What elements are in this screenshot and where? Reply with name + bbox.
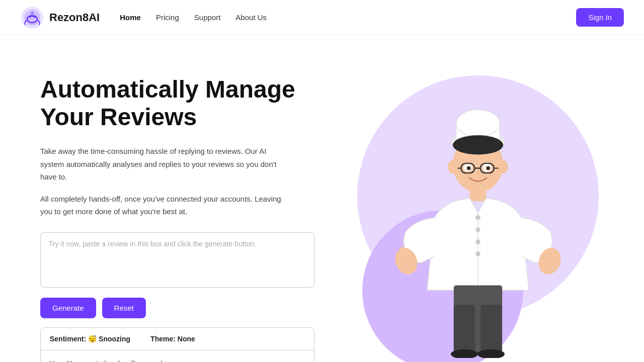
svg-point-18 (486, 166, 490, 170)
result-placeholder: Your AI generated reply will appear here… (50, 359, 305, 362)
chef-figure (377, 97, 579, 360)
hero-description-1: Take away the time-consuming hassle of r… (40, 145, 292, 184)
svg-point-9 (453, 135, 503, 155)
hero-description-2: All completely hands-off, once you've co… (40, 193, 292, 218)
svg-rect-32 (454, 305, 475, 353)
nav-support[interactable]: Support (194, 13, 221, 22)
main-content: Automatically Manage Your Reviews Take a… (0, 35, 644, 362)
button-row: Generate Reset (40, 298, 332, 318)
svg-point-19 (448, 160, 457, 173)
review-input[interactable] (40, 232, 314, 288)
result-box: Sentiment: 😴 Snoozing Theme: None Your A… (40, 327, 314, 362)
svg-point-24 (475, 227, 480, 232)
svg-point-3 (31, 12, 34, 15)
chef-illustration (377, 97, 579, 358)
result-header: Sentiment: 😴 Snoozing Theme: None (41, 328, 314, 350)
navbar: Rezon8AI Home Pricing Support About Us S… (0, 0, 644, 35)
logo[interactable]: Rezon8AI (20, 6, 100, 30)
svg-rect-21 (470, 188, 487, 201)
nav-links: Home Pricing Support About Us (120, 13, 267, 22)
reset-button[interactable]: Reset (102, 298, 146, 318)
svg-point-6 (456, 110, 500, 137)
svg-rect-33 (480, 305, 502, 353)
nav-pricing[interactable]: Pricing (156, 13, 179, 22)
svg-point-17 (467, 166, 471, 170)
nav-about[interactable]: About Us (235, 13, 267, 22)
right-section (352, 65, 604, 362)
nav-home[interactable]: Home (120, 13, 141, 22)
svg-point-25 (475, 239, 480, 244)
theme-label: Theme: None (150, 335, 195, 343)
left-section: Automatically Manage Your Reviews Take a… (40, 65, 352, 362)
generate-button[interactable]: Generate (40, 298, 96, 318)
nav-right: Sign In (576, 8, 624, 27)
svg-point-26 (475, 251, 480, 256)
logo-text: Rezon8AI (49, 11, 100, 24)
sentiment-label: Sentiment: 😴 Snoozing (50, 335, 130, 343)
svg-point-20 (498, 160, 508, 173)
result-body: Your AI generated reply will appear here… (41, 350, 314, 362)
svg-point-23 (475, 215, 480, 220)
logo-icon (20, 6, 44, 30)
hero-title: Automatically Manage Your Reviews (40, 75, 332, 131)
sign-in-button[interactable]: Sign In (576, 8, 624, 27)
